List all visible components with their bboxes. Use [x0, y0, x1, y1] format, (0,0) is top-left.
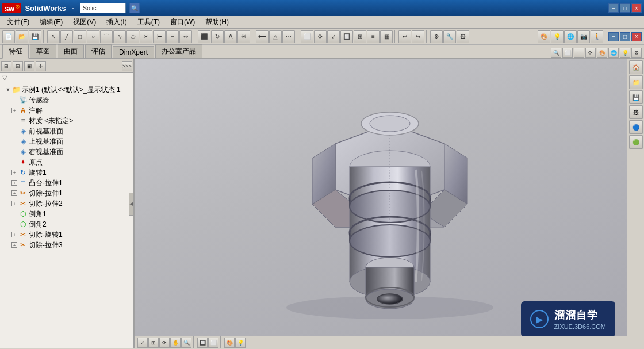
menu-window[interactable]: 窗口(W) — [166, 16, 200, 28]
menu-tools[interactable]: 工具(T) — [133, 16, 164, 28]
appearance-icon[interactable]: 🎨 — [538, 30, 550, 43]
tree-expand-all[interactable]: >>> — [122, 61, 132, 71]
menu-insert[interactable]: 插入(I) — [102, 16, 131, 28]
revolve-tool[interactable]: ↻ — [211, 30, 224, 43]
tree-item-top-plane[interactable]: ◈ 上视基准面 — [0, 136, 133, 147]
tree-item-cut3[interactable]: + ✂ 切除-拉伸3 — [0, 240, 133, 250]
tree-item-front-plane[interactable]: ◈ 前视基准面 — [0, 126, 133, 136]
viewport[interactable]: ▶ 溜溜自学 ZIXUE.3D66.COM ⤢ ⊞ ⟳ ✋ 🔍 🔲 ⬜ 🎨 💡 — [135, 59, 627, 348]
tree-expand-material[interactable] — [12, 117, 18, 124]
view-icon-6[interactable]: 🌐 — [608, 48, 619, 58]
rect-tool[interactable]: □ — [74, 30, 86, 43]
render-button[interactable]: 🖼 — [457, 30, 469, 43]
view-icon-3[interactable]: ↔ — [574, 48, 584, 58]
light-icon[interactable]: 💡 — [551, 30, 564, 43]
tree-collapse-handle[interactable]: ◀ — [129, 193, 133, 216]
view-icon-2[interactable]: ⬜ — [562, 48, 573, 58]
dim-tool2[interactable]: △ — [269, 30, 282, 43]
camera-icon[interactable]: 📷 — [577, 30, 590, 43]
vp-zoom-fit[interactable]: ⤢ — [137, 338, 148, 348]
tree-expand-chamfer1[interactable] — [12, 210, 18, 217]
tab-surface[interactable]: 曲面 — [57, 44, 84, 58]
tree-item-cut-revolve1[interactable]: + ✂ 切除-旋转1 — [0, 229, 133, 240]
open-button[interactable]: 📂 — [16, 30, 28, 43]
tab-office[interactable]: 办公室产品 — [155, 44, 202, 58]
view-display[interactable]: ▦ — [380, 30, 393, 43]
smart-dim[interactable]: ⟵ — [256, 30, 269, 43]
search-icon[interactable]: 🔍 — [129, 3, 140, 13]
tree-item-boss1[interactable]: + □ 凸台-拉伸1 — [0, 178, 133, 188]
rt-image[interactable]: 🖼 — [629, 105, 643, 119]
rebuild-button[interactable]: ⚙ — [430, 30, 443, 43]
tree-item-right-plane[interactable]: ◈ 右视基准面 — [0, 147, 133, 157]
sub-minimize[interactable]: − — [608, 32, 619, 41]
view-icon-1[interactable]: 🔍 — [551, 48, 561, 58]
menu-edit[interactable]: 编辑(E) — [35, 16, 67, 28]
tree-expand-cut1[interactable]: + — [12, 190, 17, 196]
trim-tool[interactable]: ✂ — [140, 30, 152, 43]
select-tool[interactable]: ↖ — [47, 30, 60, 43]
vp-rotate[interactable]: ⟳ — [159, 338, 170, 348]
new-button[interactable]: 📄 — [2, 30, 15, 43]
save-button[interactable]: 💾 — [29, 30, 41, 43]
tree-item-material[interactable]: ≡ 材质 <未指定> — [0, 116, 133, 126]
tab-sketch[interactable]: 草图 — [30, 44, 56, 58]
tab-evaluate[interactable]: 评估 — [85, 44, 112, 58]
vp-color[interactable]: 🎨 — [224, 338, 235, 348]
text-tool[interactable]: A — [224, 30, 237, 43]
menu-view[interactable]: 视图(V) — [68, 16, 101, 28]
view-front[interactable]: ⬜ — [301, 30, 313, 43]
tree-icon1[interactable]: ⊞ — [1, 61, 12, 71]
tree-expand-revolve1[interactable]: + — [12, 170, 17, 175]
tab-feature[interactable]: 特征 — [2, 44, 29, 59]
tree-icon3[interactable]: ▣ — [24, 61, 34, 71]
vp-zoom[interactable]: 🔍 — [181, 338, 191, 348]
tree-expand-boss1[interactable]: + — [12, 180, 17, 186]
menu-file[interactable]: 文件(F) — [2, 16, 34, 28]
rt-3d[interactable]: 🔵 — [629, 120, 643, 134]
tab-dimxpert[interactable]: DimXpert — [113, 46, 154, 58]
rt-save[interactable]: 💾 — [629, 90, 643, 104]
search-input[interactable]: Solic — [80, 3, 126, 13]
tree-expand-origin[interactable] — [12, 159, 18, 166]
rt-green[interactable]: 🟢 — [629, 135, 643, 149]
rt-home[interactable]: 🏠 — [629, 60, 643, 74]
view-section[interactable]: ≡ — [367, 30, 379, 43]
tree-expand-root[interactable]: ▼ — [5, 86, 12, 93]
view-icon-7[interactable]: 💡 — [620, 48, 630, 58]
view-icon-4[interactable]: ⟳ — [585, 48, 596, 58]
restore-button[interactable]: □ — [620, 3, 630, 13]
rt-folder[interactable]: 📁 — [629, 75, 643, 89]
tree-item-revolve1[interactable]: + ↻ 旋转1 — [0, 167, 133, 178]
scene-icon[interactable]: 🌐 — [564, 30, 577, 43]
view-rotate[interactable]: ⟳ — [314, 30, 327, 43]
vp-pan[interactable]: ✋ — [170, 338, 181, 348]
tree-expand-cut3[interactable]: + — [12, 242, 17, 248]
tree-expand-right[interactable] — [12, 148, 18, 155]
circle-tool[interactable]: ○ — [87, 30, 99, 43]
view-fit[interactable]: ⤢ — [327, 30, 340, 43]
walk-icon[interactable]: 🚶 — [591, 30, 603, 43]
pattern-tool[interactable]: ⋯ — [282, 30, 295, 43]
tree-expand-annotation[interactable]: + — [12, 108, 17, 113]
view-icon-8[interactable]: ⚙ — [631, 48, 642, 58]
tree-icon4[interactable]: ✛ — [36, 61, 46, 71]
view-icon-5[interactable]: 🎨 — [597, 48, 607, 58]
vp-hidden-lines[interactable]: ⬜ — [208, 338, 218, 348]
redo-button[interactable]: ↪ — [412, 30, 424, 43]
undo-button[interactable]: ↩ — [398, 30, 411, 43]
tree-item-cut1[interactable]: + ✂ 切除-拉伸1 — [0, 188, 133, 198]
minimize-button[interactable]: − — [608, 3, 619, 13]
sub-restore[interactable]: □ — [620, 32, 630, 41]
vp-display-mode[interactable]: 🔲 — [197, 338, 208, 348]
tree-icon2[interactable]: ⊟ — [13, 61, 23, 71]
menu-help[interactable]: 帮助(H) — [201, 16, 233, 28]
close-button[interactable]: × — [631, 3, 642, 13]
tree-item-annotation[interactable]: + A 注解 — [0, 105, 133, 116]
view-3d[interactable]: 🔲 — [340, 30, 353, 43]
tree-item-origin[interactable]: ✦ 原点 — [0, 157, 133, 167]
tree-expand-front[interactable] — [12, 128, 18, 135]
tree-item-cut2[interactable]: + ✂ 切除-拉伸2 — [0, 198, 133, 209]
extrude-tool[interactable]: ⬛ — [198, 30, 210, 43]
view-zoom[interactable]: ⊞ — [354, 30, 366, 43]
